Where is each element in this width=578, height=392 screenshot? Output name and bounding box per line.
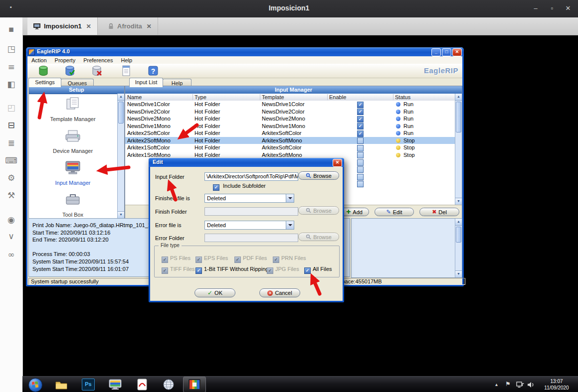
setup-item-device-manager[interactable]: Device Manager	[29, 128, 117, 155]
column-header-template[interactable]: Template	[262, 94, 284, 100]
database-check-icon[interactable]	[64, 65, 76, 77]
enable-checkbox[interactable]	[357, 137, 364, 144]
setup-item-input-manager[interactable]: Input Manager	[29, 160, 117, 187]
minimize-button[interactable]: _	[431, 48, 441, 56]
network-icon[interactable]	[516, 382, 524, 388]
table-row[interactable]: NewsDrive2MonoHot FolderNewsDrive2Mono✓R…	[125, 115, 455, 123]
outer-maximize-button[interactable]: ▫	[547, 4, 557, 12]
include-subfolder-checkbox[interactable]: ✓ Include Subfolder	[213, 183, 266, 191]
setup-scrollbar[interactable]: ▲ ▼	[117, 94, 124, 218]
tab-afrodita[interactable]: Afrodita ✕	[102, 17, 158, 35]
taskbar-photoshop-button[interactable]: Ps	[77, 377, 99, 392]
scroll-up-icon[interactable]: ▲	[118, 94, 124, 101]
scroll-thumb[interactable]	[456, 227, 461, 243]
tools-icon[interactable]: ⚒	[0, 189, 22, 202]
eaglerip-titlebar[interactable]: EagleRIP 4.0 _ □ ✕	[26, 47, 464, 56]
outer-minimize-button[interactable]: –	[531, 4, 541, 12]
taskbar-display-app-button[interactable]	[104, 377, 126, 392]
checkbox-checked-icon[interactable]: ✓	[304, 267, 311, 274]
table-row[interactable]: NewsDrive1ColorHot FolderNewsDrive1Color…	[125, 101, 455, 108]
checkbox-checked-icon[interactable]: ✓	[195, 267, 202, 274]
help-icon[interactable]: ?	[147, 65, 159, 77]
setup-item-tool-box[interactable]: Tool Box	[29, 192, 117, 219]
menu-icon[interactable]: ≡	[0, 60, 22, 73]
document-icon[interactable]	[120, 65, 132, 77]
speaker-icon[interactable]	[527, 382, 535, 388]
scroll-up-icon[interactable]: ▲	[455, 219, 462, 226]
close-tab-icon[interactable]: ✕	[85, 23, 91, 30]
split-window-icon[interactable]: ◧	[0, 78, 22, 91]
enable-checkbox[interactable]: ✓	[357, 116, 364, 123]
browse-input-folder-button[interactable]: Browse	[298, 171, 339, 180]
maximize-button[interactable]: □	[442, 48, 451, 56]
checkbox-checked-icon[interactable]: ✓	[213, 184, 219, 191]
tray-flag-icon[interactable]: ⚑	[505, 381, 511, 388]
scroll-down-icon[interactable]: ▼	[455, 198, 462, 205]
list-icon[interactable]: ≣	[0, 136, 22, 149]
monitor-icon[interactable]: ⊟	[0, 119, 22, 131]
settings-gear-icon[interactable]: ⚙	[0, 171, 22, 184]
enable-checkbox[interactable]	[357, 174, 364, 180]
start-button[interactable]	[28, 378, 42, 392]
menu-item-property[interactable]: Property	[51, 57, 80, 63]
table-scrollbar[interactable]: ▲ ▼	[455, 94, 462, 205]
enable-checkbox[interactable]	[357, 181, 364, 187]
enable-checkbox[interactable]	[357, 166, 364, 173]
cancel-button[interactable]: ✕ Cancel	[259, 288, 300, 297]
table-row[interactable]: Arkitex2SoftColorHot FolderArkitexSoftCo…	[125, 130, 455, 137]
filetype-all-files[interactable]: ✓All Files	[304, 266, 332, 274]
setup-item-template-manager[interactable]: Template Manager	[29, 96, 117, 123]
taskbar-explorer-button[interactable]	[50, 377, 72, 392]
log-scrollbar[interactable]: ▲ ▼	[455, 219, 462, 277]
edit-button[interactable]: ✎Edit	[375, 208, 414, 216]
keyboard-icon[interactable]: ⌨	[0, 154, 22, 167]
edit-dialog-titlebar[interactable]: Edit ✕	[149, 158, 344, 167]
dialog-close-button[interactable]: ✕	[333, 159, 342, 167]
tray-chevron-icon[interactable]: ▴	[495, 382, 498, 387]
taskbar-browser-button[interactable]	[158, 377, 180, 392]
tab-imposicion1[interactable]: Imposicion1 ✕	[27, 17, 98, 35]
del-button[interactable]: ✖Del	[419, 208, 459, 216]
table-row[interactable]: NewsDrive2ColorHot FolderNewsDrive2Color…	[125, 108, 455, 116]
chevron-down-icon[interactable]: ∨	[0, 230, 22, 243]
table-row[interactable]: NewsDrive1MonoHot FolderNewsDrive1Mono✓R…	[125, 123, 455, 130]
table-row[interactable]: Arkitex1SoftMonoHot FolderArkitexSoftMon…	[125, 151, 455, 159]
screenshot-icon[interactable]: ◉	[0, 213, 22, 226]
taskbar-pdf-button[interactable]	[131, 377, 153, 392]
menu-item-action[interactable]: Action	[27, 57, 51, 63]
tab-input-list[interactable]: Input List	[129, 78, 163, 87]
enable-checkbox[interactable]: ✓	[357, 109, 364, 115]
enable-checkbox[interactable]	[357, 152, 364, 158]
fullscreen-icon[interactable]: ◳	[0, 42, 22, 55]
database-add-icon[interactable]	[37, 65, 49, 77]
error-file-select[interactable]: Deleted	[204, 221, 294, 230]
link-icon[interactable]: ∞	[0, 248, 22, 261]
input-folder-field[interactable]: \ArkitexDirector\Softproof\ToRip\Pdf\Mon…	[204, 172, 298, 181]
scale-display-icon[interactable]: ◰	[0, 101, 22, 114]
scroll-down-icon[interactable]: ▼	[455, 270, 462, 277]
table-row[interactable]: Arkitex1SoftColorHot FolderArkitexSoftCo…	[125, 144, 455, 151]
close-button[interactable]: ✕	[452, 48, 462, 56]
scroll-thumb[interactable]	[456, 102, 461, 132]
scroll-down-icon[interactable]: ▼	[118, 211, 124, 218]
filetype-1-bit-tiff-without-ripping[interactable]: ✓1-Bit TIFF Without Ripping	[195, 266, 268, 274]
column-header-name[interactable]: Name	[127, 94, 142, 100]
close-tab-icon[interactable]: ✕	[146, 23, 152, 30]
table-row[interactable]: Arkitex2SoftMonoHot FolderArkitexSoftMon…	[125, 137, 455, 144]
enable-checkbox[interactable]: ✓	[357, 123, 364, 130]
dropdown-arrow-icon[interactable]	[286, 221, 294, 229]
finished-file-select[interactable]: Deleted	[204, 194, 294, 203]
column-header-enable[interactable]: Enable	[329, 94, 346, 100]
tray-clock[interactable]: 13:07 11/09/2020	[539, 378, 575, 391]
database-remove-icon[interactable]	[91, 65, 103, 77]
outer-close-button[interactable]: ✕	[563, 4, 573, 12]
ok-button[interactable]: ✓ OK	[194, 288, 235, 297]
enable-checkbox[interactable]: ✓	[357, 131, 364, 137]
enable-checkbox[interactable]	[357, 145, 364, 151]
column-header-status[interactable]: Status	[395, 94, 410, 100]
tab-settings[interactable]: Settings	[28, 78, 61, 87]
enable-checkbox[interactable]: ✓	[357, 102, 364, 108]
menu-item-help[interactable]: Help	[117, 57, 136, 63]
scroll-thumb[interactable]	[118, 102, 124, 124]
enable-checkbox[interactable]	[357, 159, 364, 166]
